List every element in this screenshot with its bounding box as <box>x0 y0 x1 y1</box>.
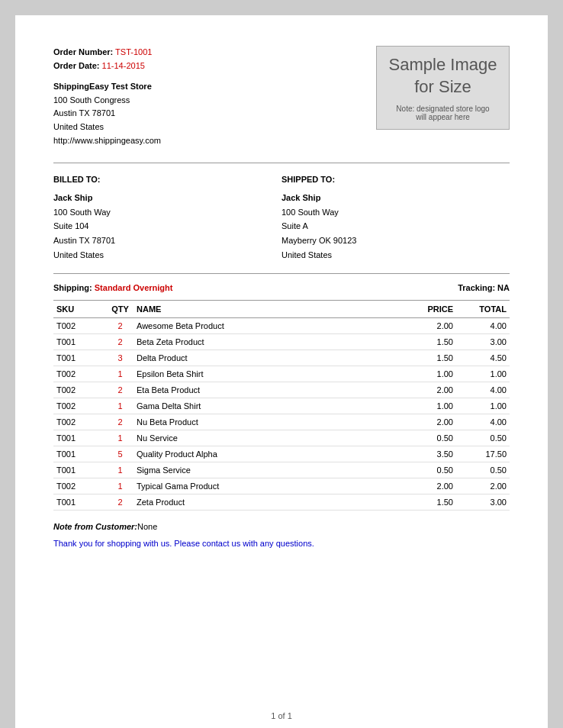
cell-name: Nu Beta Product <box>134 414 395 430</box>
shipped-to-country: United States <box>282 248 510 263</box>
cell-price: 0.50 <box>395 462 456 478</box>
shipped-to-col: SHIPPED TO: Jack Ship 100 South Way Suit… <box>282 172 510 262</box>
cell-qty: 2 <box>107 414 134 430</box>
cell-qty: 1 <box>107 430 134 446</box>
billed-to-address1: 100 South Way <box>53 205 282 220</box>
cell-qty: 1 <box>107 366 134 382</box>
cell-sku: T001 <box>53 350 107 366</box>
col-header-qty: QTY <box>107 301 134 318</box>
cell-total: 3.00 <box>456 494 510 511</box>
tracking-label: Tracking: <box>458 283 495 292</box>
cell-total: 1.00 <box>456 398 510 414</box>
cell-sku: T001 <box>53 462 107 478</box>
table-row: T001 2 Beta Zeta Product 1.50 3.00 <box>53 334 510 350</box>
store-logo-placeholder: Sample Imagefor Size Note: designated st… <box>376 46 510 130</box>
cell-total: 0.50 <box>456 430 510 446</box>
cell-sku: T002 <box>53 414 107 430</box>
header-section: Order Number: TST-1001 Order Date: 11-14… <box>53 46 510 147</box>
cell-name: Awesome Beta Product <box>134 318 395 334</box>
cell-sku: T002 <box>53 398 107 414</box>
cell-total: 1.00 <box>456 366 510 382</box>
cell-price: 0.50 <box>395 430 456 446</box>
page-number: 1 of 1 <box>271 711 292 720</box>
table-row: T001 1 Nu Service 0.50 0.50 <box>53 430 510 446</box>
cell-sku: T002 <box>53 318 107 334</box>
shipped-to-name: Jack Ship <box>282 191 510 205</box>
billed-to-label: BILLED TO: <box>53 172 282 187</box>
tracking-info: Tracking: NA <box>458 283 510 292</box>
table-row: T002 2 Nu Beta Product 2.00 4.00 <box>53 414 510 430</box>
cell-qty: 5 <box>107 446 134 462</box>
cell-price: 2.00 <box>395 478 456 494</box>
billed-to-name: Jack Ship <box>53 191 282 205</box>
cell-qty: 3 <box>107 350 134 366</box>
store-info: ShippingEasy Test Store 100 South Congre… <box>53 80 161 147</box>
cell-total: 4.50 <box>456 350 510 366</box>
cell-name: Typical Gama Product <box>134 478 395 494</box>
cell-qty: 2 <box>107 382 134 398</box>
cell-qty: 1 <box>107 462 134 478</box>
cell-sku: T001 <box>53 430 107 446</box>
table-row: T001 2 Zeta Product 1.50 3.00 <box>53 494 510 511</box>
store-address1: 100 South Congress <box>53 94 161 108</box>
order-number-label: Order Number: <box>53 47 113 56</box>
table-row: T001 5 Quality Product Alpha 3.50 17.50 <box>53 446 510 462</box>
note-value: None <box>137 522 157 531</box>
cell-name: Quality Product Alpha <box>134 446 395 462</box>
cell-name: Sigma Service <box>134 462 395 478</box>
billing-shipping-section: BILLED TO: Jack Ship 100 South Way Suite… <box>53 172 510 262</box>
shipped-to-label: SHIPPED TO: <box>282 172 510 187</box>
cell-qty: 1 <box>107 478 134 494</box>
order-info: Order Number: TST-1001 Order Date: 11-14… <box>53 46 161 72</box>
note-label: Note from Customer: <box>53 522 137 531</box>
order-store-info: Order Number: TST-1001 Order Date: 11-14… <box>53 46 161 147</box>
billed-to-country: United States <box>53 248 282 263</box>
cell-name: Zeta Product <box>134 494 395 511</box>
order-date-label: Order Date: <box>53 61 100 70</box>
cell-total: 4.00 <box>456 382 510 398</box>
cell-sku: T002 <box>53 478 107 494</box>
cell-price: 2.00 <box>395 382 456 398</box>
store-city-state-zip: Austin TX 78701 <box>53 107 161 121</box>
cell-total: 17.50 <box>456 446 510 462</box>
table-row: T001 3 Delta Product 1.50 4.50 <box>53 350 510 366</box>
cell-price: 3.50 <box>395 446 456 462</box>
logo-note: Note: designated store logowill appear h… <box>396 105 489 121</box>
cell-sku: T002 <box>53 366 107 382</box>
shipped-to-city: Mayberry OK 90123 <box>282 234 510 248</box>
cell-total: 3.00 <box>456 334 510 350</box>
table-row: T002 2 Eta Beta Product 2.00 4.00 <box>53 382 510 398</box>
order-date-value: 11-14-2015 <box>102 61 145 70</box>
cell-name: Nu Service <box>134 430 395 446</box>
cell-name: Beta Zeta Product <box>134 334 395 350</box>
invoice-page: Order Number: TST-1001 Order Date: 11-14… <box>15 15 548 728</box>
col-header-price: PRICE <box>395 301 456 318</box>
cell-price: 1.50 <box>395 334 456 350</box>
cell-price: 1.00 <box>395 366 456 382</box>
cell-sku: T001 <box>53 446 107 462</box>
billed-to-address2: Suite 104 <box>53 219 282 234</box>
cell-qty: 2 <box>107 334 134 350</box>
order-number-value: TST-1001 <box>115 47 152 56</box>
shipping-info: Shipping: Standard Overnight <box>53 283 172 292</box>
store-country: United States <box>53 121 161 134</box>
cell-total: 2.00 <box>456 478 510 494</box>
table-row: T002 1 Gama Delta Shirt 1.00 1.00 <box>53 398 510 414</box>
cell-name: Gama Delta Shirt <box>134 398 395 414</box>
store-name: ShippingEasy Test Store <box>53 80 161 94</box>
cell-sku: T001 <box>53 334 107 350</box>
table-row: T002 1 Epsilon Beta Shirt 1.00 1.00 <box>53 366 510 382</box>
shipped-to-address1: 100 South Way <box>282 205 510 220</box>
divider-1 <box>53 163 510 163</box>
cell-sku: T001 <box>53 494 107 511</box>
logo-text: Sample Imagefor Size <box>389 54 497 98</box>
cell-price: 1.50 <box>395 350 456 366</box>
billed-to-city: Austin TX 78701 <box>53 234 282 248</box>
table-row: T001 1 Sigma Service 0.50 0.50 <box>53 462 510 478</box>
cell-sku: T002 <box>53 382 107 398</box>
divider-2 <box>53 273 510 274</box>
col-header-sku: SKU <box>53 301 107 318</box>
store-website: http://www.shippingeasy.com <box>53 134 161 148</box>
billed-to-col: BILLED TO: Jack Ship 100 South Way Suite… <box>53 172 282 262</box>
cell-price: 2.00 <box>395 318 456 334</box>
